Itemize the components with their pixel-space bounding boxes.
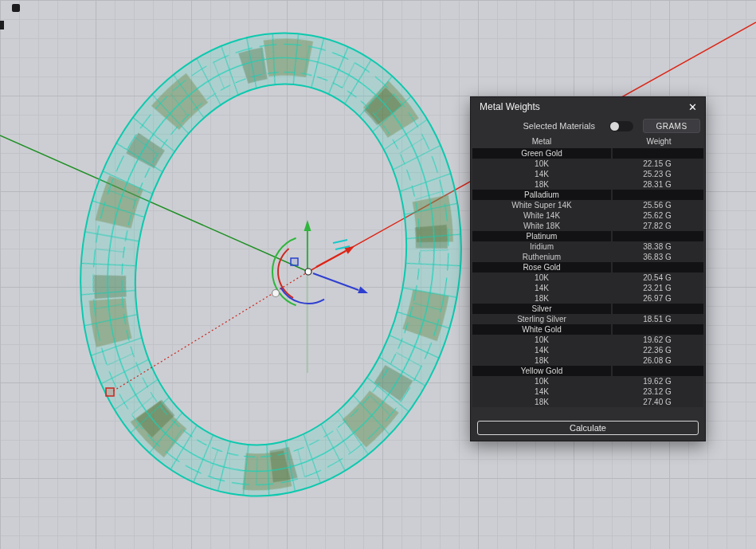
metal-cell: White Super 14K [472, 201, 611, 210]
metal-cell: 14K [472, 170, 611, 178]
metal-cell: 18K [472, 356, 611, 365]
table-row[interactable]: 10K20.54 G [472, 273, 703, 283]
table-row[interactable]: White Super 14K25.56 G [472, 200, 703, 210]
weight-cell: 25.23 G [611, 170, 703, 178]
category-bar [613, 190, 703, 200]
table-row[interactable]: 14K25.23 G [472, 169, 703, 179]
category-row: Platinum [472, 231, 703, 241]
category-bar [613, 148, 703, 159]
metal-cell: 18K [472, 294, 611, 303]
viewport-corner-mark [12, 4, 20, 12]
category-label: Yellow Gold [472, 366, 611, 376]
metal-cell: 14K [472, 346, 611, 355]
category-bar [613, 231, 703, 241]
table-row[interactable]: 14K22.36 G [472, 345, 703, 355]
close-icon[interactable]: ✕ [688, 102, 697, 112]
weight-cell: 20.54 G [611, 273, 703, 282]
metal-weights-panel: Metal Weights ✕ Selected Materials GRAMS… [470, 96, 706, 441]
table-row[interactable]: 14K23.21 G [472, 283, 703, 293]
table-row[interactable]: 10K22.15 G [472, 159, 703, 169]
metal-cell: 10K [472, 273, 611, 282]
category-bar [613, 262, 703, 273]
weight-cell: 38.38 G [611, 242, 703, 251]
weight-cell: 23.12 G [611, 387, 703, 396]
metal-cell: White 14K [472, 211, 611, 220]
weight-cell: 27.82 G [611, 222, 703, 230]
category-row: Green Gold [472, 148, 703, 159]
gumball-origin[interactable] [305, 269, 311, 275]
metal-cell: Ruthenium [472, 253, 611, 261]
table-column-headers: Metal Weight [471, 137, 705, 147]
cad-viewport[interactable]: Metal Weights ✕ Selected Materials GRAMS… [0, 0, 756, 549]
table-row[interactable]: White 14K25.62 G [472, 210, 703, 221]
weight-cell: 27.40 G [611, 398, 703, 406]
category-bar [613, 324, 703, 335]
panel-header: Metal Weights ✕ [471, 97, 705, 116]
table-row[interactable]: 18K27.40 G [472, 397, 703, 407]
table-row[interactable]: Ruthenium36.83 G [472, 252, 703, 262]
weight-cell: 28.31 G [611, 180, 703, 189]
category-label: Rose Gold [472, 262, 611, 273]
metal-cell: 14K [472, 387, 611, 396]
metal-table-body: Green Gold10K22.15 G14K25.23 G18K28.31 G… [472, 148, 703, 407]
weight-cell: 19.62 G [611, 377, 703, 386]
metal-cell: 18K [472, 398, 611, 406]
metal-cell: 14K [472, 284, 611, 292]
selected-materials-label: Selected Materials [523, 121, 596, 131]
category-label: Green Gold [472, 148, 611, 159]
category-bar [613, 304, 703, 314]
selected-materials-row: Selected Materials GRAMS [471, 118, 705, 134]
table-row[interactable]: 18K26.97 G [472, 293, 703, 304]
metal-cell: 18K [472, 180, 611, 189]
gumball-handle-circle[interactable] [272, 290, 280, 297]
weight-cell: 22.36 G [611, 346, 703, 355]
category-label: White Gold [472, 324, 611, 335]
weight-cell: 23.21 G [611, 284, 703, 292]
scale-handle-square[interactable] [291, 258, 298, 265]
category-row: Yellow Gold [472, 366, 703, 376]
table-row[interactable]: Iridium38.38 G [472, 241, 703, 252]
weight-cell: 18.51 G [611, 315, 703, 324]
panel-title: Metal Weights [480, 101, 540, 112]
viewport-corner-mark-2 [0, 21, 4, 29]
metal-cell: 10K [472, 159, 611, 168]
table-row[interactable]: Sterling Silver18.51 G [472, 314, 703, 324]
weight-column-header: Weight [613, 137, 705, 147]
category-bar [613, 366, 703, 376]
category-label: Silver [472, 304, 611, 314]
category-label: Platinum [472, 231, 611, 241]
metal-cell: 10K [472, 335, 611, 344]
table-row[interactable]: White 18K27.82 G [472, 221, 703, 231]
category-label: Palladium [472, 190, 611, 200]
weight-cell: 26.97 G [611, 294, 703, 303]
weight-cell: 22.15 G [611, 159, 703, 168]
table-row[interactable]: 18K26.08 G [472, 355, 703, 366]
selected-materials-toggle[interactable] [609, 121, 633, 131]
weight-cell: 25.56 G [611, 201, 703, 210]
weight-cell: 26.08 G [611, 356, 703, 365]
weight-cell: 19.62 G [611, 335, 703, 344]
weight-cell: 36.83 G [611, 253, 703, 261]
category-row: Palladium [472, 190, 703, 200]
metal-cell: White 18K [472, 222, 611, 230]
table-row[interactable]: 10K19.62 G [472, 376, 703, 386]
metal-column-header: Metal [471, 137, 613, 147]
category-row: Silver [472, 304, 703, 314]
table-row[interactable]: 18K28.31 G [472, 179, 703, 190]
axis-end-handle[interactable] [106, 388, 114, 396]
weight-cell: 25.62 G [611, 211, 703, 220]
metal-cell: Sterling Silver [472, 315, 611, 324]
table-row[interactable]: 14K23.12 G [472, 386, 703, 397]
table-row[interactable]: 10K19.62 G [472, 335, 703, 345]
category-row: Rose Gold [472, 262, 703, 273]
calculate-button[interactable]: Calculate [477, 421, 699, 435]
metal-cell: 10K [472, 377, 611, 386]
metal-cell: Iridium [472, 242, 611, 251]
category-row: White Gold [472, 324, 703, 335]
toggle-knob [610, 122, 619, 131]
units-grams-button[interactable]: GRAMS [643, 119, 700, 133]
